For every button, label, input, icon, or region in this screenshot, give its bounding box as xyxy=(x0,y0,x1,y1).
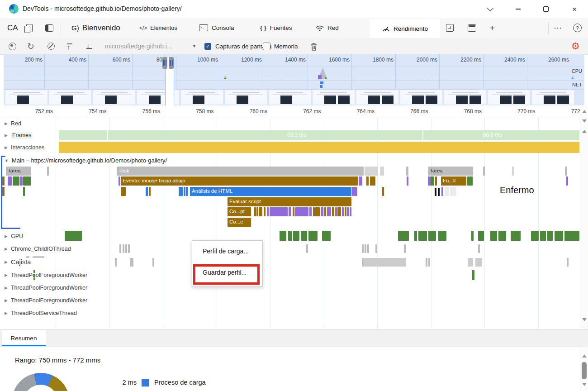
gpu-activity-bar[interactable] xyxy=(471,231,474,241)
memory-checkbox[interactable] xyxy=(263,38,270,54)
flame-event-bar[interactable] xyxy=(450,187,456,196)
flame-event-bar[interactable] xyxy=(366,176,369,186)
settings-gear-button[interactable]: ⚙ xyxy=(571,38,580,54)
gpu-activity-bar[interactable] xyxy=(540,231,546,241)
scroll-down-arrow[interactable] xyxy=(582,119,587,123)
flame-event-bar[interactable] xyxy=(295,207,308,216)
flame-event-bar[interactable] xyxy=(332,207,334,216)
gpu-activity-bar[interactable] xyxy=(308,231,318,241)
add-panel-button[interactable]: + xyxy=(489,18,495,38)
flame-event-bar[interactable] xyxy=(512,167,514,176)
record-button[interactable] xyxy=(9,38,16,54)
device-emulation-button[interactable] xyxy=(26,18,33,38)
flame-event-bar[interactable] xyxy=(356,187,357,196)
track-cajista[interactable]: ▶Cajista xyxy=(0,256,580,268)
gpu-activity-bar[interactable] xyxy=(555,231,563,241)
gpu-activity-bar[interactable] xyxy=(322,231,331,241)
scroll-up-arrow[interactable] xyxy=(582,110,587,113)
flame-event-bar[interactable] xyxy=(256,207,258,216)
tpfw-activity-bar[interactable] xyxy=(472,270,474,280)
scroll-down-arrow[interactable] xyxy=(582,318,587,321)
gpu-activity-bar[interactable] xyxy=(531,231,539,241)
flame-event-bar[interactable] xyxy=(324,207,326,216)
io-activity-tick[interactable] xyxy=(125,244,127,253)
io-activity-tick[interactable] xyxy=(119,244,121,253)
gpu-activity-bar[interactable] xyxy=(564,231,579,241)
garbage-collect-button[interactable] xyxy=(310,38,318,54)
flame-event-bar[interactable] xyxy=(179,187,183,196)
close-button[interactable]: × xyxy=(568,4,581,14)
track-frames[interactable]: ▶Frames xyxy=(0,130,580,141)
filmstrip-frame[interactable] xyxy=(93,90,135,105)
flame-event-bar[interactable] xyxy=(337,207,341,216)
io-activity-tick[interactable] xyxy=(367,244,369,253)
selection-handle-left[interactable] xyxy=(162,57,167,69)
scroll-up-arrow[interactable] xyxy=(582,130,587,133)
flame-event-bar[interactable] xyxy=(23,176,31,186)
track-threadpool-service-thread[interactable]: ▶ThreadPoolServiceThread xyxy=(0,307,580,319)
flame-event-bar[interactable] xyxy=(2,176,5,186)
track-threadpool-foreground-worker-2[interactable]: ▶ThreadPoolForegroundWorker xyxy=(0,281,580,294)
timeline-overview[interactable]: 200 ms400 ms600 ms800 ms1000 ms1200 ms14… xyxy=(4,54,584,105)
load-profile-button[interactable]: ↑ xyxy=(67,38,72,54)
track-threadpool-foreground-worker-3[interactable]: ▶ThreadPoolForegroundWorker xyxy=(0,294,580,307)
cajista-activity-bar[interactable] xyxy=(152,258,154,267)
flame-event-bar[interactable]: Tarea xyxy=(6,167,31,176)
io-activity-tick[interactable] xyxy=(404,244,406,253)
flame-event-bar[interactable] xyxy=(186,187,188,196)
window-chevron-button[interactable] xyxy=(484,4,497,14)
flame-event-bar[interactable] xyxy=(467,176,473,186)
gpu-activity-bar[interactable] xyxy=(65,231,82,241)
flame-event-bar[interactable] xyxy=(350,207,351,216)
flame-event-bar[interactable]: Co...e xyxy=(228,218,251,227)
help-button[interactable]: ? xyxy=(573,18,582,38)
gpu-activity-bar[interactable] xyxy=(418,231,427,241)
filmstrip-frame[interactable] xyxy=(356,90,398,105)
flame-event-bar[interactable] xyxy=(566,176,568,186)
flame-event-bar[interactable] xyxy=(149,187,151,196)
flame-event-bar[interactable] xyxy=(315,207,320,216)
flame-event-bar[interactable] xyxy=(121,187,126,196)
cajista-activity-bar[interactable] xyxy=(132,258,133,267)
history-dropdown[interactable]: microsoftedge.github.i... xyxy=(105,38,172,54)
flame-event-bar[interactable] xyxy=(360,176,362,186)
filmstrip-frame[interactable] xyxy=(532,90,574,105)
flame-event-bar[interactable] xyxy=(445,187,449,196)
cajista-activity-bar[interactable] xyxy=(567,258,569,267)
tab-summary[interactable]: Resumen xyxy=(2,330,46,347)
filmstrip-frame[interactable] xyxy=(313,90,355,105)
filmstrip-frame[interactable] xyxy=(488,90,530,105)
flame-event-bar[interactable] xyxy=(20,176,23,186)
flame-event-bar[interactable] xyxy=(259,207,262,216)
flame-event-bar[interactable] xyxy=(264,207,266,216)
filmstrip-frame[interactable] xyxy=(269,90,311,105)
gpu-activity-bar[interactable] xyxy=(428,231,436,241)
tab-welcome[interactable]: G) Bienvenido xyxy=(71,18,120,38)
cajista-activity-bar[interactable] xyxy=(33,256,44,258)
flame-event-bar[interactable] xyxy=(293,207,294,216)
io-activity-tick[interactable] xyxy=(365,244,366,253)
tpfw-activity-dash[interactable] xyxy=(33,270,35,273)
cajista-activity-bar[interactable] xyxy=(26,256,29,258)
scroll-down-arrow[interactable] xyxy=(582,383,587,386)
flame-event-bar[interactable] xyxy=(267,207,269,216)
track-threadpool-foreground-worker-1[interactable]: ▶ThreadPoolForegroundWorker xyxy=(0,269,580,281)
cajista-activity-bar[interactable] xyxy=(364,258,406,267)
flame-event-bar[interactable] xyxy=(289,207,291,216)
gpu-activity-bar[interactable] xyxy=(414,231,417,241)
tab-performance[interactable]: Rendimiento xyxy=(370,19,440,38)
gpu-activity-bar[interactable] xyxy=(478,231,484,241)
cajista-activity-bar[interactable] xyxy=(115,258,117,267)
flame-event-bar[interactable] xyxy=(309,207,312,216)
cajista-activity-bar[interactable] xyxy=(426,258,427,267)
flame-event-bar[interactable] xyxy=(380,167,384,176)
flame-event-bar[interactable]: Tarea xyxy=(428,167,473,176)
io-activity-tick[interactable] xyxy=(128,244,130,253)
flame-event-bar[interactable]: Co...pt xyxy=(228,207,251,216)
flame-event-bar[interactable] xyxy=(407,176,408,186)
tpfw-activity-dash[interactable] xyxy=(33,274,35,277)
flame-event-bar[interactable] xyxy=(13,176,19,186)
dropdown-arrow-icon[interactable]: ▼ xyxy=(192,38,196,54)
gpu-activity-bar[interactable] xyxy=(280,231,286,241)
flame-event-bar[interactable] xyxy=(327,207,331,216)
